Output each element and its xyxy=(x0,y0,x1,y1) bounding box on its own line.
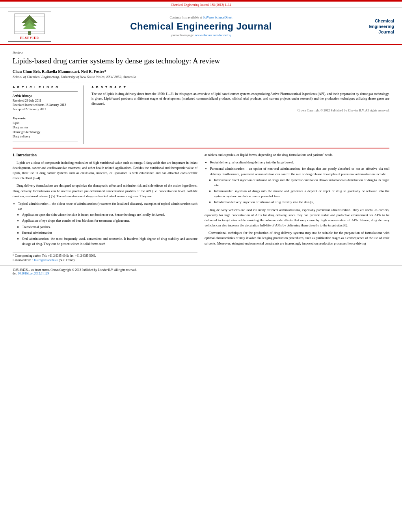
sub-intradermal: Intradermal delivery: injection or infus… xyxy=(214,200,389,205)
doi-prefix: doi: xyxy=(13,272,17,275)
keyword-3: Dense gas technology xyxy=(13,130,78,134)
journal-citation-line: Chemical Engineering Journal 188 (2012) … xyxy=(0,2,402,8)
sciverse-link[interactable]: SciVerse ScienceDirect xyxy=(203,16,233,19)
header-right-text: ChemicalEngineeringJournal xyxy=(351,18,394,35)
elsevier-logo: ELSEVIER xyxy=(8,11,51,42)
keywords-label: Keywords: xyxy=(13,117,78,120)
header-center: Contents lists available at SciVerse Sci… xyxy=(51,16,351,37)
sub-enteral: Enteral administration xyxy=(22,230,197,235)
info-divider-1 xyxy=(13,91,78,92)
right-bullet-list: Rectal delivery: a localized drug delive… xyxy=(210,160,389,205)
doi-text: doi: 10.1016/j.cej.2012.01.129 xyxy=(13,272,389,275)
sub-intravenous: Intravenous: direct injection or infusio… xyxy=(214,178,389,188)
email-prefix: E-mail address: xyxy=(13,258,32,262)
revised-date: Received in revised form 18 January 2012 xyxy=(13,103,78,107)
authors-text: Chau Chun Beh, Raffaella Mammucari, Neil… xyxy=(13,69,106,74)
journal-header: ELSEVIER Contents lists available at Sci… xyxy=(0,8,402,45)
info-divider-3 xyxy=(13,141,78,141)
history-label: Article history: xyxy=(13,94,78,98)
footnote-corresponding: * Corresponding author. Tel.: +61 2 9385… xyxy=(13,254,197,258)
sub-transdermal: Transdermal patches. xyxy=(22,224,197,230)
homepage-line: journal homepage: www.elsevier.com/locat… xyxy=(51,33,351,37)
info-abstract-section: A R T I C L E I N F O Article history: R… xyxy=(13,83,389,144)
body-columns: 1. Introduction Lipids are a class of co… xyxy=(0,148,402,262)
journal-citation-text: Chemical Engineering Journal 188 (2012) … xyxy=(171,3,231,7)
bullet-rectal: Rectal delivery: a localized drug delive… xyxy=(210,160,389,165)
article-authors: Chau Chun Beh, Raffaella Mammucari, Neil… xyxy=(13,69,389,74)
footnote-email: E-mail address: n.foster@unsw.edu.au (N.… xyxy=(13,258,197,263)
section-1-title: 1. Introduction xyxy=(13,152,197,158)
elsevier-logo-box: ELSEVIER xyxy=(8,11,51,42)
parenteral-text: Parenteral administration – an option of… xyxy=(210,167,389,176)
keyword-2: Drug carrier xyxy=(13,125,78,130)
elsevier-label: ELSEVIER xyxy=(10,36,49,40)
article-type-label: Review xyxy=(13,49,389,55)
article-info-title: A R T I C L E I N F O xyxy=(13,85,78,89)
sub-oral: Oral administration: the most frequently… xyxy=(22,236,197,247)
email-link[interactable]: n.foster@unsw.edu.au xyxy=(32,258,58,262)
parenteral-sub-list: Intravenous: direct injection or infusio… xyxy=(214,178,389,205)
para-conventional: Conventional techniques for the producti… xyxy=(205,230,389,246)
accepted-date: Accepted 27 January 2012 xyxy=(13,107,78,111)
bottom-info: 1385-8947/$ – see front matter. Crown Co… xyxy=(0,265,402,278)
sub-skin: Application upon the skin where the skin… xyxy=(22,212,197,217)
doi-link[interactable]: 10.1016/j.cej.2012.01.129 xyxy=(18,272,49,275)
body-para-1: Lipids are a class of compounds includin… xyxy=(13,160,197,181)
abstract-text: The use of lipids in drug delivery dates… xyxy=(91,91,389,106)
info-divider-2 xyxy=(13,114,78,114)
article-section: Review Lipids-based drug carrier systems… xyxy=(0,45,402,144)
left-column: 1. Introduction Lipids are a class of co… xyxy=(13,152,197,262)
article-info-panel: A R T I C L E I N F O Article history: R… xyxy=(13,85,84,144)
bullet-parenteral: Parenteral administration – an option of… xyxy=(210,166,389,205)
body-para-2: Drug delivery formulations are designed … xyxy=(13,183,197,199)
sub-eye-drops: Application of eye drops that consist of… xyxy=(22,218,197,223)
bullet-topical: Topical administration – the oldest rout… xyxy=(18,201,197,247)
right-column: as tablets and capsules, or liquid forms… xyxy=(205,152,389,262)
right-intro-end: as tablets and capsules, or liquid forms… xyxy=(205,152,389,158)
contents-text: Contents lists available at xyxy=(170,16,203,19)
sub-intramuscular: Intramuscular: injection of drugs into t… xyxy=(214,189,389,199)
homepage-link[interactable]: www.elsevier.com/locate/cej xyxy=(195,33,231,37)
elsevier-tree-icon xyxy=(14,13,45,35)
para-vehicles: Drug delivery vehicles are used via many… xyxy=(205,208,389,228)
contents-line: Contents lists available at SciVerse Sci… xyxy=(51,16,351,19)
admin-bullet-list: Topical administration – the oldest rout… xyxy=(18,201,197,247)
page: Chemical Engineering Journal 188 (2012) … xyxy=(0,0,402,532)
header-right-logo: ChemicalEngineeringJournal xyxy=(351,18,394,35)
keyword-1: Lipid xyxy=(13,121,78,125)
topical-sub-list: Application upon the skin where the skin… xyxy=(22,212,197,247)
article-affiliation: School of Chemical Engineering, Universi… xyxy=(13,75,389,79)
homepage-prefix: journal homepage: xyxy=(171,33,195,37)
keyword-4: Drug delivery xyxy=(13,134,78,139)
topical-admin-text: Topical administration – the oldest rout… xyxy=(18,202,197,211)
received-date: Received 29 July 2011 xyxy=(13,98,78,103)
footnote-divider xyxy=(13,252,197,252)
abstract-panel: A B S T R A C T The use of lipids in dru… xyxy=(91,85,389,144)
abstract-title: A B S T R A C T xyxy=(91,85,389,89)
email-suffix: (N.R. Foster). xyxy=(59,258,75,262)
copyright-line: Crown Copyright © 2012 Published by Else… xyxy=(91,109,389,112)
article-title: Lipids-based drug carrier systems by den… xyxy=(13,56,389,66)
journal-title: Chemical Engineering Journal xyxy=(51,21,351,32)
rectal-text: Rectal delivery: a localized drug delive… xyxy=(210,160,294,164)
issn-text: 1385-8947/$ – see front matter. Crown Co… xyxy=(13,268,389,272)
